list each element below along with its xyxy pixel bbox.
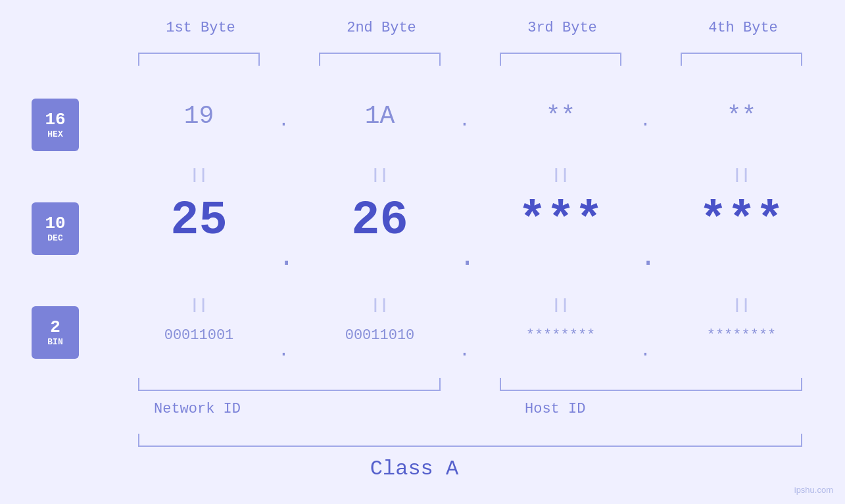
hex-v4: ** [681, 102, 802, 130]
network-id-label: Network ID [154, 401, 241, 417]
dec-badge: 10 DEC [32, 202, 79, 255]
hex-badge-num: 16 [45, 111, 65, 128]
bin-v4: ******** [681, 327, 802, 344]
top-bracket-col4 [681, 53, 802, 66]
dec-v4: *** [681, 194, 802, 248]
bottom-bracket-network [138, 378, 441, 391]
class-label: Class A [0, 457, 829, 481]
col3-header: 3rd Byte [496, 20, 628, 36]
hex-v1: 19 [138, 102, 260, 130]
host-id-label: Host ID [525, 401, 585, 417]
bin-dot-2: . [459, 340, 470, 361]
watermark: ipshu.com [794, 485, 833, 495]
bin-v1: 00011001 [138, 327, 260, 344]
top-bracket-col3 [500, 53, 621, 66]
bin-dot-1: . [278, 340, 289, 361]
hex-badge: 16 HEX [32, 99, 79, 151]
eq-hex-dec-2: || [319, 167, 441, 183]
bin-v3: ******** [500, 327, 621, 344]
dec-v1: 25 [138, 194, 260, 248]
hex-dot-2: . [459, 110, 470, 131]
hex-dot-1: . [278, 110, 289, 131]
bin-badge-label: BIN [47, 337, 62, 347]
top-bracket-col2 [319, 53, 441, 66]
eq-dec-bin-1: || [138, 297, 260, 313]
bin-v2: 00011010 [319, 327, 441, 344]
dec-badge-label: DEC [47, 233, 62, 243]
col4-header: 4th Byte [677, 20, 809, 36]
hex-dot-3: . [640, 110, 651, 131]
col1-header: 1st Byte [135, 20, 266, 36]
bin-badge: 2 BIN [32, 306, 79, 359]
bottom-bracket-host [500, 378, 802, 391]
col2-header: 2nd Byte [316, 20, 447, 36]
dec-badge-num: 10 [45, 215, 65, 232]
eq-dec-bin-2: || [319, 297, 441, 313]
eq-hex-dec-4: || [681, 167, 802, 183]
dec-dot-3: . [640, 242, 656, 273]
dec-v2: 26 [319, 194, 441, 248]
top-bracket-col1 [138, 53, 260, 66]
dec-dot-2: . [459, 242, 475, 273]
eq-hex-dec-3: || [500, 167, 621, 183]
main-container: 1st Byte 2nd Byte 3rd Byte 4th Byte 16 H… [0, 0, 845, 504]
eq-dec-bin-4: || [681, 297, 802, 313]
hex-badge-label: HEX [47, 129, 62, 139]
dec-dot-1: . [278, 242, 295, 273]
bin-badge-num: 2 [50, 319, 60, 336]
eq-dec-bin-3: || [500, 297, 621, 313]
hex-v3: ** [500, 102, 621, 130]
bin-dot-3: . [640, 340, 651, 361]
hex-v2: 1A [319, 102, 441, 130]
class-bracket [138, 434, 802, 447]
dec-v3: *** [500, 194, 621, 248]
eq-hex-dec-1: || [138, 167, 260, 183]
